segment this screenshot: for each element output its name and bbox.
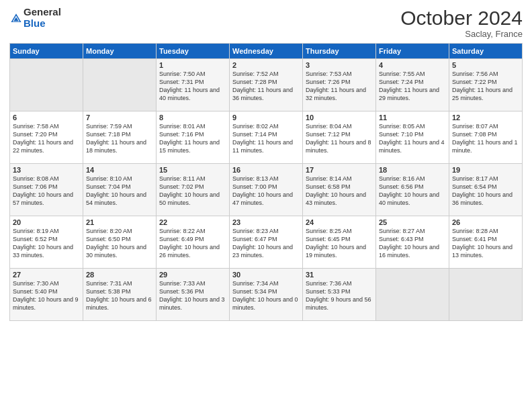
day-number: 25 — [379, 218, 446, 226]
day-number: 31 — [306, 271, 373, 279]
calendar-cell: 13Sunrise: 8:08 AMSunset: 7:06 PMDayligh… — [10, 164, 83, 216]
cell-info: Sunrise: 8:08 AMSunset: 7:06 PMDaylight:… — [13, 175, 80, 208]
header-cell-saturday: Saturday — [449, 44, 523, 59]
calendar-cell: 15Sunrise: 8:11 AMSunset: 7:02 PMDayligh… — [157, 164, 230, 216]
day-number: 6 — [13, 113, 80, 122]
header: General Blue October 2024 Saclay, France — [9, 7, 523, 39]
day-number: 9 — [232, 113, 300, 122]
day-number: 29 — [159, 271, 226, 279]
cell-info: Sunrise: 8:04 AMSunset: 7:12 PMDaylight:… — [306, 122, 373, 155]
day-number: 7 — [86, 113, 153, 122]
day-number: 12 — [452, 113, 519, 122]
cell-info: Sunrise: 8:28 AMSunset: 6:41 PMDaylight:… — [452, 227, 519, 260]
day-number: 20 — [13, 218, 80, 226]
header-cell-wednesday: Wednesday — [230, 44, 303, 59]
logo: General Blue — [9, 7, 61, 29]
cell-info: Sunrise: 7:56 AMSunset: 7:22 PMDaylight:… — [452, 70, 519, 103]
title-block: October 2024 Saclay, France — [400, 7, 523, 39]
week-row-1: 1Sunrise: 7:50 AMSunset: 7:31 PMDaylight… — [10, 59, 523, 111]
cell-info: Sunrise: 7:50 AMSunset: 7:31 PMDaylight:… — [159, 70, 226, 103]
cell-info: Sunrise: 7:30 AMSunset: 5:40 PMDaylight:… — [13, 279, 80, 312]
calendar-cell: 4Sunrise: 7:55 AMSunset: 7:24 PMDaylight… — [376, 59, 449, 111]
day-number: 27 — [13, 271, 80, 279]
calendar-cell: 20Sunrise: 8:19 AMSunset: 6:52 PMDayligh… — [10, 216, 83, 269]
calendar-cell — [10, 59, 83, 111]
calendar-cell: 1Sunrise: 7:50 AMSunset: 7:31 PMDaylight… — [157, 59, 230, 111]
calendar-cell: 21Sunrise: 8:20 AMSunset: 6:50 PMDayligh… — [83, 216, 157, 269]
calendar-cell: 24Sunrise: 8:25 AMSunset: 6:45 PMDayligh… — [303, 216, 376, 269]
cell-info: Sunrise: 7:53 AMSunset: 7:26 PMDaylight:… — [306, 70, 373, 103]
cell-info: Sunrise: 7:31 AMSunset: 5:38 PMDaylight:… — [86, 279, 153, 312]
cell-info: Sunrise: 8:13 AMSunset: 7:00 PMDaylight:… — [232, 175, 300, 208]
calendar-cell: 23Sunrise: 8:23 AMSunset: 6:47 PMDayligh… — [230, 216, 303, 269]
calendar-cell — [83, 59, 157, 111]
cell-info: Sunrise: 8:11 AMSunset: 7:02 PMDaylight:… — [159, 175, 226, 208]
cell-info: Sunrise: 8:16 AMSunset: 6:56 PMDaylight:… — [379, 175, 446, 208]
cell-info: Sunrise: 8:02 AMSunset: 7:14 PMDaylight:… — [232, 122, 300, 155]
header-cell-tuesday: Tuesday — [157, 44, 230, 59]
calendar-cell: 16Sunrise: 8:13 AMSunset: 7:00 PMDayligh… — [230, 164, 303, 216]
header-cell-friday: Friday — [376, 44, 449, 59]
week-row-3: 13Sunrise: 8:08 AMSunset: 7:06 PMDayligh… — [10, 164, 523, 216]
cell-info: Sunrise: 7:33 AMSunset: 5:36 PMDaylight:… — [159, 279, 226, 312]
calendar-cell: 17Sunrise: 8:14 AMSunset: 6:58 PMDayligh… — [303, 164, 376, 216]
cell-info: Sunrise: 8:14 AMSunset: 6:58 PMDaylight:… — [306, 175, 373, 208]
cell-info: Sunrise: 8:07 AMSunset: 7:08 PMDaylight:… — [452, 122, 519, 155]
cell-info: Sunrise: 7:58 AMSunset: 7:20 PMDaylight:… — [13, 122, 80, 155]
cell-info: Sunrise: 8:27 AMSunset: 6:43 PMDaylight:… — [379, 227, 446, 260]
day-number: 2 — [232, 61, 300, 69]
day-number: 8 — [159, 113, 226, 122]
day-number: 14 — [86, 166, 153, 174]
week-row-2: 6Sunrise: 7:58 AMSunset: 7:20 PMDaylight… — [10, 111, 523, 164]
day-number: 26 — [452, 218, 519, 226]
day-number: 18 — [379, 166, 446, 174]
calendar-cell: 8Sunrise: 8:01 AMSunset: 7:16 PMDaylight… — [157, 111, 230, 164]
calendar-cell: 19Sunrise: 8:17 AMSunset: 6:54 PMDayligh… — [449, 164, 523, 216]
day-number: 3 — [306, 61, 373, 69]
calendar-cell: 29Sunrise: 7:33 AMSunset: 5:36 PMDayligh… — [157, 269, 230, 321]
calendar-cell — [376, 269, 449, 321]
day-number: 16 — [232, 166, 300, 174]
cell-info: Sunrise: 7:55 AMSunset: 7:24 PMDaylight:… — [379, 70, 446, 103]
calendar-cell: 3Sunrise: 7:53 AMSunset: 7:26 PMDaylight… — [303, 59, 376, 111]
calendar-cell: 14Sunrise: 8:10 AMSunset: 7:04 PMDayligh… — [83, 164, 157, 216]
day-number: 11 — [379, 113, 446, 122]
logo-general-text: General — [24, 7, 61, 18]
day-number: 23 — [232, 218, 300, 226]
header-cell-thursday: Thursday — [303, 44, 376, 59]
calendar-cell: 27Sunrise: 7:30 AMSunset: 5:40 PMDayligh… — [10, 269, 83, 321]
cell-info: Sunrise: 8:01 AMSunset: 7:16 PMDaylight:… — [159, 122, 226, 155]
calendar-cell — [449, 269, 523, 321]
cell-info: Sunrise: 8:23 AMSunset: 6:47 PMDaylight:… — [232, 227, 300, 260]
calendar-cell: 10Sunrise: 8:04 AMSunset: 7:12 PMDayligh… — [303, 111, 376, 164]
cell-info: Sunrise: 8:22 AMSunset: 6:49 PMDaylight:… — [159, 227, 226, 260]
calendar-cell: 12Sunrise: 8:07 AMSunset: 7:08 PMDayligh… — [449, 111, 523, 164]
calendar-cell: 5Sunrise: 7:56 AMSunset: 7:22 PMDaylight… — [449, 59, 523, 111]
cell-info: Sunrise: 8:20 AMSunset: 6:50 PMDaylight:… — [86, 227, 153, 260]
calendar-cell: 6Sunrise: 7:58 AMSunset: 7:20 PMDaylight… — [10, 111, 83, 164]
calendar-page: General Blue October 2024 Saclay, France… — [0, 0, 532, 411]
calendar-table: SundayMondayTuesdayWednesdayThursdayFrid… — [9, 43, 523, 321]
day-number: 5 — [452, 61, 519, 69]
week-row-5: 27Sunrise: 7:30 AMSunset: 5:40 PMDayligh… — [10, 269, 523, 321]
cell-info: Sunrise: 7:36 AMSunset: 5:33 PMDaylight:… — [306, 279, 373, 312]
day-number: 15 — [159, 166, 226, 174]
cell-info: Sunrise: 8:25 AMSunset: 6:45 PMDaylight:… — [306, 227, 373, 260]
day-number: 13 — [13, 166, 80, 174]
calendar-cell: 25Sunrise: 8:27 AMSunset: 6:43 PMDayligh… — [376, 216, 449, 269]
day-number: 17 — [306, 166, 373, 174]
day-number: 24 — [306, 218, 373, 226]
calendar-cell: 26Sunrise: 8:28 AMSunset: 6:41 PMDayligh… — [449, 216, 523, 269]
cell-info: Sunrise: 7:34 AMSunset: 5:34 PMDaylight:… — [232, 279, 300, 312]
header-cell-sunday: Sunday — [10, 44, 83, 59]
day-number: 19 — [452, 166, 519, 174]
week-row-4: 20Sunrise: 8:19 AMSunset: 6:52 PMDayligh… — [10, 216, 523, 269]
header-row: SundayMondayTuesdayWednesdayThursdayFrid… — [10, 44, 523, 59]
location-title: Saclay, France — [400, 29, 523, 39]
calendar-cell: 9Sunrise: 8:02 AMSunset: 7:14 PMDaylight… — [230, 111, 303, 164]
cell-info: Sunrise: 7:52 AMSunset: 7:28 PMDaylight:… — [232, 70, 300, 103]
cell-info: Sunrise: 8:10 AMSunset: 7:04 PMDaylight:… — [86, 175, 153, 208]
calendar-cell: 31Sunrise: 7:36 AMSunset: 5:33 PMDayligh… — [303, 269, 376, 321]
day-number: 30 — [232, 271, 300, 279]
cell-info: Sunrise: 8:19 AMSunset: 6:52 PMDaylight:… — [13, 227, 80, 260]
